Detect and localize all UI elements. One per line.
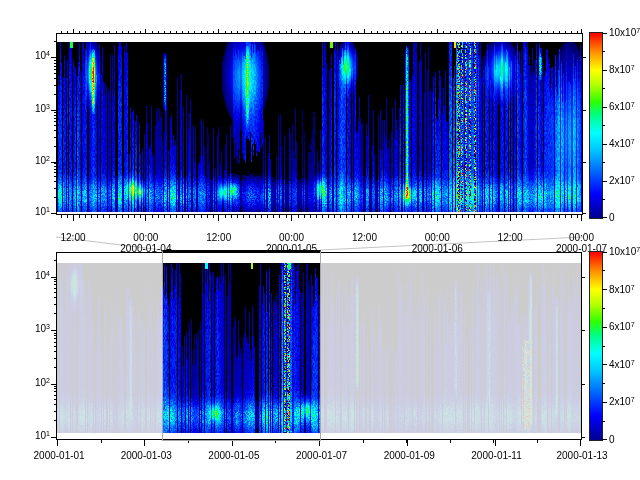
x-major-tick-top — [145, 29, 146, 34]
y-tick-label: 103 — [24, 103, 50, 115]
x-minor-tick — [456, 214, 457, 218]
colorbar-tick-label: 2x107 — [609, 396, 635, 408]
x-tick-label: 00:00 — [122, 232, 170, 243]
y-minor-tick — [54, 388, 57, 389]
x-minor-tick — [468, 214, 469, 218]
x-tick-label: 2000-01-01 — [34, 450, 82, 461]
x-minor-tick-top — [516, 31, 517, 34]
x-tick-label: 2000-01-09 — [384, 450, 432, 461]
x-tick-label: 12:00 — [49, 232, 97, 243]
x-minor-tick-top — [140, 31, 141, 34]
y-tick-label: 103 — [24, 323, 50, 335]
y-minor-tick — [54, 188, 57, 189]
x-minor-tick — [340, 214, 341, 218]
x-minor-tick — [443, 214, 444, 218]
x-minor-tick — [97, 214, 98, 218]
y-major-tick-right — [582, 213, 586, 214]
y-major-tick-right — [581, 330, 585, 331]
x-minor-tick — [450, 439, 451, 443]
x-minor-tick-top — [188, 31, 189, 34]
colorbar-minor-tick — [602, 125, 605, 126]
x-minor-tick — [419, 214, 420, 218]
colorbar-major-tick — [602, 107, 607, 108]
y-minor-tick — [54, 395, 57, 396]
x-minor-tick — [352, 214, 353, 218]
x-tick-label: 2000-01-07 — [296, 450, 344, 461]
colorbar-tick-label: 4x107 — [609, 138, 635, 150]
x-minor-tick — [116, 214, 117, 218]
x-minor-tick — [286, 214, 287, 218]
colorbar-major-tick — [602, 217, 607, 218]
x-minor-tick-top — [122, 31, 123, 34]
x-minor-tick-top — [547, 31, 548, 34]
x-minor-tick-top — [462, 31, 463, 34]
colorbar-tick-label: 0 — [609, 434, 615, 445]
y-minor-tick — [54, 391, 57, 392]
x-minor-tick-top — [61, 31, 62, 34]
y-major-tick — [51, 384, 57, 385]
x-minor-tick-top — [255, 31, 256, 34]
y-minor-tick — [54, 292, 57, 293]
x-tick-label: 12:00 — [340, 232, 388, 243]
x-minor-tick — [413, 214, 414, 218]
y-minor-tick — [54, 172, 57, 173]
selection-box[interactable] — [162, 250, 321, 441]
x-minor-tick — [395, 214, 396, 218]
x-tick-label: 2000-01-05 — [208, 450, 256, 461]
x-minor-tick — [383, 214, 384, 218]
colorbar-tick-label: 4x107 — [609, 359, 635, 371]
x-minor-tick-top — [346, 31, 347, 34]
x-minor-tick — [103, 214, 104, 218]
zoom-spectrogram-canvas[interactable] — [57, 34, 582, 214]
x-minor-tick — [480, 214, 481, 218]
x-minor-tick — [363, 439, 364, 443]
y-tick-label: 104 — [24, 50, 50, 62]
colorbar-minor-tick — [602, 270, 605, 271]
x-minor-tick — [109, 214, 110, 218]
colorbar-tick-label: 0 — [609, 212, 615, 223]
y-minor-tick — [54, 94, 57, 95]
x-minor-tick-top — [201, 31, 202, 34]
plot-viewer: 12:0000:002000-01-0412:0000:002000-01-05… — [0, 0, 640, 480]
y-major-tick — [51, 213, 57, 214]
y-minor-tick — [54, 85, 57, 86]
x-minor-tick — [565, 214, 566, 218]
x-tick-label: 2000-01-13 — [556, 450, 604, 461]
y-minor-tick — [54, 176, 57, 177]
x-major-tick — [437, 214, 438, 221]
x-minor-tick — [504, 214, 505, 218]
x-minor-tick-top — [492, 31, 493, 34]
y-minor-tick — [54, 399, 57, 400]
x-minor-tick — [310, 214, 311, 218]
x-minor-tick-top — [401, 31, 402, 34]
colorbar-major-tick — [602, 252, 607, 253]
x-minor-tick-top — [468, 31, 469, 34]
y-minor-tick — [54, 197, 57, 198]
x-minor-tick — [389, 214, 390, 218]
x-tick-label: 00:00 — [268, 232, 316, 243]
y-minor-tick — [54, 169, 57, 170]
x-minor-tick-top — [528, 31, 529, 34]
colorbar-major-tick — [602, 439, 607, 440]
y-minor-tick — [54, 137, 57, 138]
x-minor-tick-top — [207, 31, 208, 34]
x-major-tick — [580, 439, 581, 446]
y-minor-tick — [54, 420, 57, 421]
x-minor-tick — [358, 214, 359, 218]
y-minor-tick — [54, 41, 57, 42]
y-major-tick-right — [581, 437, 585, 438]
x-minor-tick — [188, 214, 189, 218]
x-minor-tick-top — [498, 31, 499, 34]
y-minor-tick — [54, 367, 57, 368]
x-minor-tick — [61, 214, 62, 218]
x-minor-tick — [346, 214, 347, 218]
x-minor-tick-top — [407, 31, 408, 34]
x-minor-tick-top — [450, 31, 451, 34]
y-minor-tick — [54, 313, 57, 314]
x-minor-tick — [498, 214, 499, 218]
x-minor-tick-top — [316, 31, 317, 34]
x-major-tick-top — [73, 29, 74, 34]
x-major-tick — [495, 439, 496, 446]
colorbar-major-tick — [602, 33, 607, 34]
colorbar-minor-tick — [602, 199, 605, 200]
